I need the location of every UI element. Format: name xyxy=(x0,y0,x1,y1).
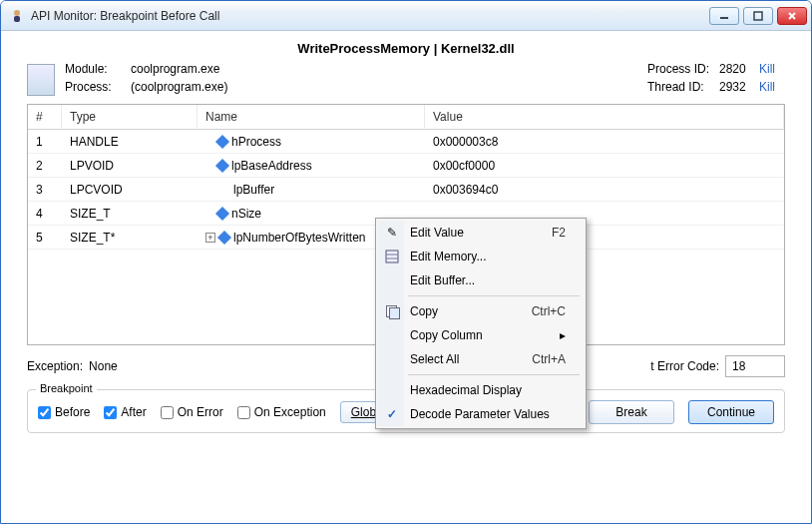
window-title: API Monitor: Breakpoint Before Call xyxy=(31,9,219,23)
last-error-label: t Error Code: xyxy=(650,359,719,373)
kill-thread-link[interactable]: Kill xyxy=(759,80,785,94)
expand-icon[interactable]: + xyxy=(205,185,215,195)
param-icon xyxy=(217,182,231,196)
row-num[interactable]: 5 xyxy=(28,226,62,250)
tid-value: 2932 xyxy=(719,80,759,94)
titlebar[interactable]: API Monitor: Breakpoint Before Call xyxy=(1,1,811,31)
memory-icon xyxy=(384,249,400,264)
breakpoint-legend: Breakpoint xyxy=(36,382,97,394)
bp-on-error[interactable]: On Error xyxy=(161,405,223,419)
row-type[interactable]: LPVOID xyxy=(62,154,198,178)
tid-label: Thread ID: xyxy=(647,80,719,94)
app-icon xyxy=(9,8,25,24)
ctx-edit-value[interactable]: ✎ Edit Value F2 xyxy=(378,221,584,245)
maximize-button[interactable] xyxy=(743,7,773,25)
bp-on-exception-checkbox[interactable] xyxy=(237,406,250,419)
param-icon xyxy=(215,134,229,148)
module-icon xyxy=(27,64,55,96)
row-type[interactable]: SIZE_T xyxy=(62,202,198,226)
row-value[interactable]: 0x00cf0000 xyxy=(425,154,784,178)
row-value[interactable]: 0x003694c0 xyxy=(425,178,784,202)
context-menu: ✎ Edit Value F2 Edit Memory... Edit Buff… xyxy=(375,218,587,429)
ctx-copy[interactable]: Copy Ctrl+C xyxy=(378,299,584,323)
checkmark-icon: ✓ xyxy=(384,406,400,422)
break-button[interactable]: Break xyxy=(589,400,674,424)
row-num[interactable]: 4 xyxy=(28,202,62,226)
meta-row: Module: coolprogram.exe Process: (coolpr… xyxy=(27,62,785,96)
row-name[interactable]: lpBaseAddress xyxy=(198,154,425,178)
row-type[interactable]: SIZE_T* xyxy=(62,226,198,250)
pid-value: 2820 xyxy=(719,62,759,76)
row-value[interactable]: 0x000003c8 xyxy=(425,130,784,154)
row-num[interactable]: 1 xyxy=(28,130,62,154)
ctx-edit-memory[interactable]: Edit Memory... xyxy=(378,245,584,268)
svg-point-0 xyxy=(14,10,20,16)
last-error-input[interactable] xyxy=(725,355,785,377)
window-controls xyxy=(709,7,807,25)
ctx-hex-display[interactable]: Hexadecimal Display xyxy=(378,378,584,402)
bp-before-checkbox[interactable] xyxy=(38,406,51,419)
bp-on-error-checkbox[interactable] xyxy=(161,406,174,419)
ctx-decode-params[interactable]: ✓ Decode Parameter Values xyxy=(378,402,584,426)
param-icon xyxy=(215,206,229,220)
process-value: (coolprogram.exe) xyxy=(131,80,227,94)
svg-rect-6 xyxy=(386,251,398,262)
row-num[interactable]: 3 xyxy=(28,178,62,202)
svg-rect-3 xyxy=(754,12,762,20)
param-icon xyxy=(215,158,229,172)
column-header-num[interactable]: # xyxy=(28,105,62,130)
api-heading: WriteProcessMemory | Kernel32.dll xyxy=(27,41,785,56)
process-label: Process: xyxy=(65,80,125,94)
column-header-value[interactable]: Value xyxy=(425,105,784,130)
exception-label: Exception: xyxy=(27,359,83,373)
column-header-type[interactable]: Type xyxy=(62,105,198,130)
row-type[interactable]: LPCVOID xyxy=(62,178,198,202)
bp-after[interactable]: After xyxy=(104,405,146,419)
bp-on-exception[interactable]: On Exception xyxy=(237,405,326,419)
row-type[interactable]: HANDLE xyxy=(62,130,198,154)
column-header-name[interactable]: Name xyxy=(198,105,425,130)
pid-label: Process ID: xyxy=(647,62,719,76)
continue-button[interactable]: Continue xyxy=(688,400,774,424)
submenu-arrow-icon: ▸ xyxy=(560,328,566,342)
kill-process-link[interactable]: Kill xyxy=(759,62,785,76)
row-name[interactable]: hProcess xyxy=(198,130,425,154)
svg-rect-1 xyxy=(14,16,20,22)
param-icon xyxy=(217,230,231,244)
module-label: Module: xyxy=(65,62,125,76)
row-name[interactable]: +lpBuffer xyxy=(198,178,425,202)
minimize-button[interactable] xyxy=(709,7,739,25)
ctx-select-all[interactable]: Select All Ctrl+A xyxy=(378,347,584,371)
ctx-edit-buffer[interactable]: Edit Buffer... xyxy=(378,268,584,292)
expand-icon[interactable]: + xyxy=(205,233,215,243)
bp-before[interactable]: Before xyxy=(38,405,90,419)
close-button[interactable] xyxy=(777,7,807,25)
ctx-copy-column[interactable]: Copy Column ▸ xyxy=(378,323,584,347)
module-value: coolprogram.exe xyxy=(131,62,227,76)
pencil-icon: ✎ xyxy=(384,225,400,241)
exception-value: None xyxy=(89,359,118,373)
bp-after-checkbox[interactable] xyxy=(104,406,117,419)
copy-icon xyxy=(384,303,400,319)
row-num[interactable]: 2 xyxy=(28,154,62,178)
